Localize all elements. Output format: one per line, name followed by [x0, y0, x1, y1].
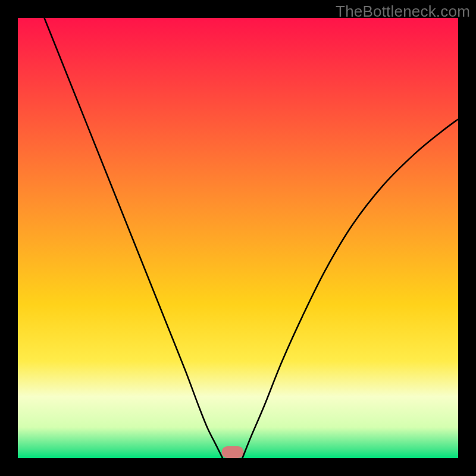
chart-svg [18, 18, 458, 458]
gradient-bg [18, 18, 458, 458]
bottleneck-marker [222, 446, 244, 458]
chart-frame: TheBottleneck.com [0, 0, 476, 476]
plot-area [18, 18, 458, 458]
